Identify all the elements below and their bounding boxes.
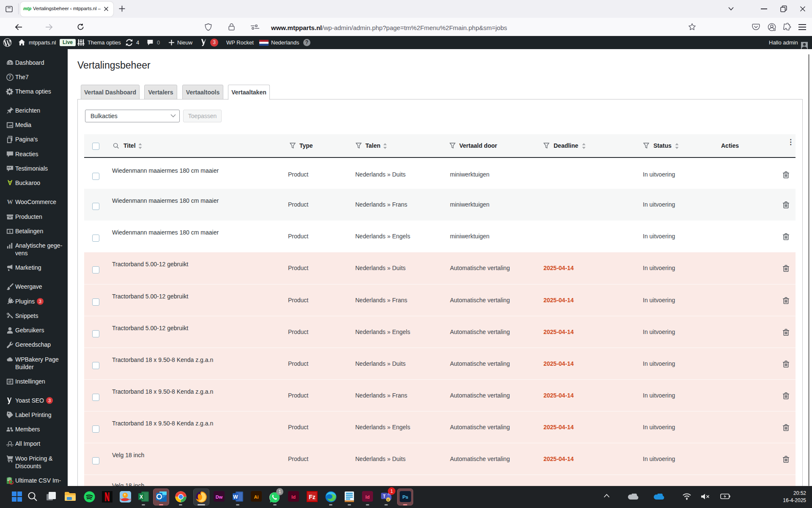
svg-text:c: c <box>387 498 390 502</box>
svg-text:∀: ∀ <box>7 179 12 186</box>
svg-text:X: X <box>140 494 143 500</box>
svg-text:Fz: Fz <box>309 494 315 500</box>
svg-text:Ai: Ai <box>254 494 259 500</box>
svg-text:Dw: Dw <box>216 494 223 500</box>
svg-text:T: T <box>383 494 385 499</box>
svg-text:7: 7 <box>9 75 11 80</box>
svg-text:Ps: Ps <box>402 494 408 500</box>
svg-text:Id: Id <box>291 494 296 500</box>
svg-text:CSV: CSV <box>8 477 11 479</box>
svg-text:W: W <box>7 199 13 205</box>
svg-text:Id: Id <box>365 494 370 500</box>
svg-text:W: W <box>233 494 238 500</box>
